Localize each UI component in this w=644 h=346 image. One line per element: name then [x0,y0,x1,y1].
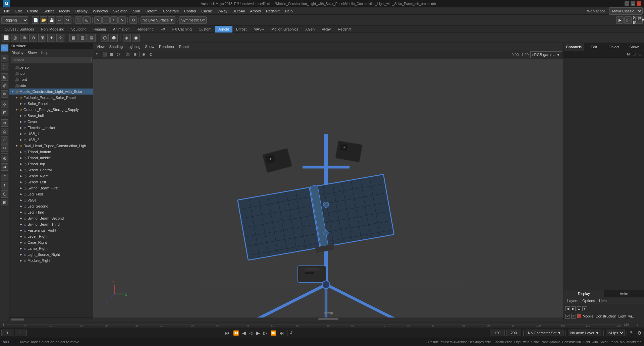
menu-edit[interactable]: Edit [13,8,24,14]
outliner-menu-show[interactable]: Show [25,50,39,55]
render-frame-button[interactable]: ▶ [616,16,624,24]
crease-tool[interactable]: ⌇ [1,182,8,189]
expand-icon[interactable]: ▶ [19,113,23,118]
current-frame-input[interactable] [15,330,27,336]
expand-icon[interactable]: ▶ [19,186,23,190]
outliner-menu-help[interactable]: Help [39,50,51,55]
multi-cut-tool[interactable]: ✂ [1,145,8,152]
bridge-tool[interactable]: ⧊ [1,136,8,143]
tree-item-screw-central[interactable]: ▶ ◇ Screw_Central [9,167,93,173]
viewport-canvas[interactable]: ≡ ≡ [93,59,564,318]
curve-tool[interactable]: ⌒ [1,174,8,181]
save-scene-button[interactable]: 💾 [48,16,55,24]
menu-windows[interactable]: Windows [90,8,111,14]
vp-menu-renderer[interactable]: Renderer [157,44,176,49]
expand-icon[interactable]: ▼ [11,89,15,94]
menu-display[interactable]: Display [73,8,90,14]
shelf-poly-button-2[interactable]: ▥ [78,34,87,42]
vp-menu-view[interactable]: View [95,44,107,49]
step-forward-button[interactable]: ⏩ [269,330,277,336]
expand-icon[interactable]: ▶ [19,222,23,227]
tree-item-swing-beam-first[interactable]: ▶ ◇ Swing_Beam_First [9,185,93,191]
open-scene-button[interactable]: 📂 [40,16,47,24]
expand-icon[interactable]: ▶ [19,156,23,160]
shelf-render-button-2[interactable]: ◉ [132,34,140,42]
menu-file[interactable]: File [1,8,13,14]
snap-point-tool[interactable]: ◎ [1,82,8,89]
poly-select-tool[interactable]: ⬚ [1,63,8,70]
outliner-menu-display[interactable]: Display [9,50,25,55]
tree-item-dual-head[interactable]: ▼ ✳ Dual_Head_Tripod_Construction_Ligh [9,143,93,149]
channelbox-expand-button[interactable]: ⊞ [637,52,643,56]
tree-item-module-right[interactable]: ▶ ◇ Module_Right [9,257,93,264]
extrude-tool[interactable]: ⧋ [1,128,8,135]
tree-item-persp[interactable]: 🎥 persp [9,64,93,70]
timeline-bar[interactable]: 5 10 15 20 25 30 35 40 45 50 55 60 65 70… [6,321,623,328]
layer-nav-up-button[interactable]: ▲ [577,306,581,311]
step-back-button[interactable]: ⏪ [232,330,240,336]
vp-menu-lighting[interactable]: Lighting [125,44,143,49]
tab-fx[interactable]: FX [157,26,169,33]
expand-icon[interactable]: ▶ [19,198,23,203]
menu-deform[interactable]: Deform [143,8,160,14]
expand-icon[interactable]: ▼ [15,95,19,100]
snap-button[interactable]: ⊞ [83,16,91,24]
tab-vray[interactable]: VRay [318,26,334,33]
tree-item-tripod-middle[interactable]: ▶ ◇ Tripod_middle [9,155,93,161]
expand-icon[interactable]: ▶ [19,125,23,130]
tree-item-lever-right[interactable]: ▶ ◇ Lever_Right [9,233,93,239]
expand-icon[interactable]: ▶ [19,216,23,221]
menu-arnold[interactable]: Arnold [247,8,263,14]
vp-select-display-button[interactable]: ⊙ [148,51,154,58]
tab-rendering[interactable]: Rendering [133,26,157,33]
menu-create[interactable]: Create [24,8,41,14]
tab-curves-surfaces[interactable]: Curves / Surfaces [1,26,37,33]
layer-nav-left-button[interactable]: ◀ [565,306,570,311]
expand-icon[interactable]: ▼ [15,143,19,148]
shelf-poly-button-3[interactable]: ▤ [88,34,96,42]
close-button[interactable]: ✕ [637,1,641,6]
tree-item-usb1[interactable]: ▶ ◇ USB_1 [9,131,93,137]
layer-color-indicator[interactable] [577,314,581,318]
tree-item-usb2[interactable]: ▶ ◇ USB_2 [9,137,93,143]
expand-icon[interactable] [11,77,15,82]
expand-icon[interactable]: ▶ [19,246,23,251]
tree-item-swing-beam-second[interactable]: ▶ ◇ Swing_Beam_Second [9,215,93,221]
tree-item-solar-panel[interactable]: ▶ ◇ Solar_Panel [9,101,93,107]
options-layer-tab[interactable]: Options [580,297,597,305]
tree-item-tripod-bottom[interactable]: ▶ ◇ Tripod_bottom [9,149,93,155]
expand-icon[interactable]: ▶ [19,210,23,215]
grid-tool[interactable]: ⊞ [1,199,8,206]
tree-item-outdoor-energy[interactable]: ▼ ✳ Outdoor_Energy_Storage_Supply [9,107,93,113]
tree-item-lamp-right[interactable]: ▶ ◇ Lamp_Right [9,245,93,251]
tree-item-foldable[interactable]: ▼ ✳ Foldable_Portable_Solar_Panel [9,95,93,101]
workspace-select[interactable]: Maya Classic [609,7,643,15]
layer-nav-right-button[interactable]: ▶ [571,306,576,311]
render-settings-button[interactable]: ⚙ [129,16,137,24]
menu-cache[interactable]: Cache [199,8,215,14]
channels-tab[interactable]: Channels [564,43,584,51]
layer-nav-down-button[interactable]: ▼ [582,306,587,311]
expand-icon[interactable]: ▶ [19,228,23,233]
no-live-surface-button[interactable]: No Live Surface ▼ [141,16,175,24]
settings-button[interactable]: ⚙ [636,330,643,336]
shelf-button-6[interactable]: ✦ [47,34,55,42]
expand-icon[interactable]: ▶ [19,150,23,154]
expand-icon[interactable]: ▶ [19,180,23,184]
go-to-end-button[interactable]: ⏭ [278,330,285,336]
tree-item-leg-second[interactable]: ▶ ◇ Leg_Second [9,203,93,209]
vp-grid-button[interactable]: ⊞ [132,51,138,58]
vp-light-button[interactable]: ⬡ [115,51,121,58]
tab-rigging[interactable]: Rigging [90,26,109,33]
expand-icon[interactable]: ▼ [15,107,19,112]
tab-motion-graphics[interactable]: Motion Graphics [268,26,302,33]
snap-surface-tool[interactable]: ⊕ [1,90,8,98]
anim-tab[interactable]: Anim [604,290,644,297]
tree-item-leg-first[interactable]: ▶ ◇ Leg_First [9,191,93,197]
shelf-button-2[interactable]: ◎ [11,34,19,42]
vp-isolate-button[interactable]: ◉ [141,51,147,58]
tree-item-side[interactable]: 🎥 side [9,82,93,89]
tree-item-case-right[interactable]: ▶ ◇ Case_Right [9,239,93,245]
shelf-poly-button[interactable]: ▦ [69,34,77,42]
snap-grid-tool[interactable]: ⊞ [1,73,8,81]
